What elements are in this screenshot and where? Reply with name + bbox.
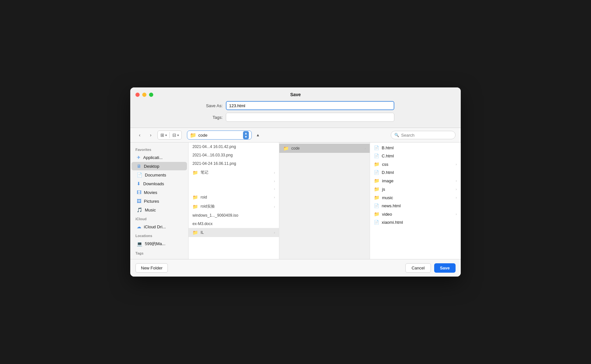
file-name: news.html <box>382 203 401 208</box>
file-name: roid实验 <box>201 204 271 209</box>
chevron-right-icon: › <box>274 231 275 234</box>
chevron-right-icon: › <box>456 187 457 191</box>
new-folder-button[interactable]: New Folder <box>135 263 168 273</box>
favorites-header: Favorites <box>130 145 188 153</box>
list-item[interactable]: 📁 IL › <box>189 228 279 237</box>
list-item[interactable]: 📁 video › <box>370 210 461 218</box>
movies-icon: 🎞 <box>137 190 141 195</box>
save-as-input[interactable] <box>226 101 394 110</box>
tags-row: Tags: <box>135 113 456 122</box>
save-as-label: Save As: <box>197 103 223 108</box>
locations-header: Locations <box>130 231 188 239</box>
code-folder-item[interactable]: 📁 code › <box>279 144 370 153</box>
list-item[interactable]: 📁 js › <box>370 185 461 193</box>
minimize-button[interactable] <box>142 93 146 97</box>
dialog-title: Save <box>290 92 301 97</box>
code-panel: 📁 code › <box>279 142 370 259</box>
list-item[interactable]: 2021-04...16.03.33.png <box>189 151 279 159</box>
sidebar-item-tag-green[interactable]: 绿色 <box>132 257 187 259</box>
sidebar-item-icloud[interactable]: ☁ iCloud Dri... <box>132 222 187 231</box>
close-button[interactable] <box>135 93 140 97</box>
collapse-button[interactable]: ▲ <box>254 131 262 139</box>
footer-actions: Cancel Save <box>405 263 456 273</box>
downloads-icon: ⬇ <box>137 181 141 186</box>
sidebar-item-desktop[interactable]: 🖥 Desktop <box>132 162 187 170</box>
file-name: 2021-04...4 16.01.42.png <box>192 144 275 149</box>
folder-icon: 📁 <box>374 162 379 167</box>
grid-view-chevron: ▾ <box>177 133 179 137</box>
forward-button[interactable]: › <box>146 131 155 139</box>
list-item[interactable]: › <box>189 185 279 193</box>
list-item[interactable]: 📄 B.html <box>370 144 461 152</box>
list-item[interactable]: 2021-04...4 16.01.42.png <box>189 142 279 151</box>
footer: New Folder Cancel Save <box>130 259 461 277</box>
doc-icon: 📄 <box>374 170 379 175</box>
code-folder-name: code <box>291 146 362 151</box>
list-item[interactable]: 📁 css › <box>370 160 461 168</box>
sidebar-item-movies[interactable]: 🎞 Movies <box>132 188 187 197</box>
folder-icon: 📁 <box>192 170 198 175</box>
folder-arrows-icon: ▲ ▼ <box>243 131 249 139</box>
maximize-button[interactable] <box>149 93 153 97</box>
file-name: js <box>382 187 385 192</box>
sidebar-item-pictures[interactable]: 🖼 Pictures <box>132 197 187 205</box>
chevron-right-icon: › <box>274 171 275 175</box>
column-view-button[interactable]: ⊞ ▾ <box>158 131 169 139</box>
file-name: 笔记 <box>201 170 271 175</box>
file-name: D.html <box>382 170 394 175</box>
icloud-icon: ☁ <box>137 224 141 229</box>
folder-icon: 📁 <box>374 187 379 192</box>
list-item[interactable]: 📄 xiaomi.html <box>370 218 461 226</box>
cancel-button[interactable]: Cancel <box>405 263 431 273</box>
folder-nav: 📁 code ▲ ▼ ▲ <box>187 131 386 140</box>
icloud-header: iCloud <box>130 214 188 222</box>
tags-input[interactable] <box>226 113 394 122</box>
sidebar-item-applications[interactable]: ✈ Applicati... <box>132 153 187 162</box>
music-icon: 🎵 <box>137 207 142 212</box>
tags-label: Tags: <box>197 115 223 120</box>
pictures-icon: 🖼 <box>137 199 141 204</box>
column-view-chevron: ▾ <box>165 133 167 137</box>
list-item[interactable]: windows_1..._9060409.iso <box>189 211 279 220</box>
list-item[interactable]: 📄 news.html <box>370 202 461 210</box>
list-item[interactable]: › <box>189 177 279 185</box>
search-input[interactable] <box>401 133 446 138</box>
file-name: IL <box>201 230 271 235</box>
file-name: windows_1..._9060409.iso <box>192 213 275 218</box>
list-item[interactable]: 📁 music › <box>370 193 461 202</box>
file-browser: Favorites ✈ Applicati... 🖥 Desktop 📄 Doc… <box>130 142 461 259</box>
sidebar-item-mac[interactable]: 💻 599的Ma... <box>132 239 187 248</box>
tags-header: Tags <box>130 249 188 256</box>
list-item[interactable]: 📁 roid实验 › <box>189 202 279 211</box>
sidebar: Favorites ✈ Applicati... 🖥 Desktop 📄 Doc… <box>130 142 189 259</box>
doc-icon: 📄 <box>374 203 379 208</box>
folder-icon: 📁 <box>374 178 379 183</box>
save-as-row: Save As: <box>135 101 456 110</box>
list-item[interactable]: 📁 笔记 › <box>189 168 279 177</box>
save-button[interactable]: Save <box>434 263 456 273</box>
sidebar-item-downloads[interactable]: ⬇ Downloads <box>132 179 187 188</box>
grid-view-button[interactable]: ⊟ ▾ <box>170 131 181 139</box>
chevron-right-icon: › <box>456 196 457 199</box>
back-button[interactable]: ‹ <box>135 131 144 139</box>
list-item[interactable]: ex-M3.docx <box>189 220 279 228</box>
sidebar-item-music[interactable]: 🎵 Music <box>132 206 187 214</box>
sidebar-item-documents[interactable]: 📄 Documents <box>132 171 187 179</box>
sidebar-label-mac: 599的Ma... <box>145 241 166 247</box>
list-item[interactable]: 📄 C.html <box>370 152 461 160</box>
chevron-right-icon: › <box>456 162 457 166</box>
list-item[interactable]: 2021-04-24 16.06.11.png <box>189 159 279 168</box>
list-item[interactable]: 📄 D.html <box>370 168 461 176</box>
column-view-icon: ⊞ <box>160 132 164 138</box>
folder-selector[interactable]: 📁 code ▲ ▼ <box>187 131 252 140</box>
list-item[interactable]: 📁 image › <box>370 176 461 185</box>
sidebar-label-music: Music <box>145 208 156 212</box>
sidebar-label-documents: Documents <box>145 173 166 177</box>
sidebar-label-downloads: Downloads <box>143 181 164 186</box>
sidebar-label-desktop: Desktop <box>144 164 159 169</box>
middle-panel: 2021-04...4 16.01.42.png 2021-04...16.03… <box>189 142 279 259</box>
window-controls <box>135 93 153 97</box>
list-item[interactable]: 📁 roid › <box>189 193 279 202</box>
file-name: B.html <box>382 145 394 150</box>
desktop-icon: 🖥 <box>137 164 141 169</box>
